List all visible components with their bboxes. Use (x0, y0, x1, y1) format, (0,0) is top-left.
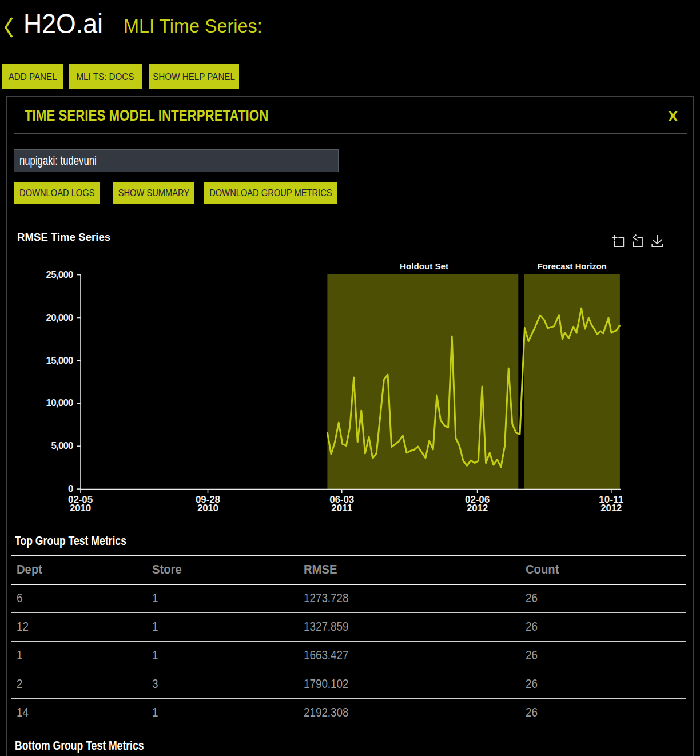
svg-text:20,000: 20,000 (46, 312, 74, 323)
svg-text:Forecast Horizon: Forecast Horizon (538, 261, 607, 271)
svg-text:2010: 2010 (197, 503, 218, 514)
svg-text:2012: 2012 (600, 503, 622, 514)
svg-text:15,000: 15,000 (46, 355, 74, 366)
svg-text:2010: 2010 (70, 503, 91, 514)
svg-text:0: 0 (68, 483, 73, 494)
svg-text:25,000: 25,000 (46, 269, 74, 280)
svg-text:2012: 2012 (467, 503, 488, 514)
svg-text:2011: 2011 (331, 503, 352, 514)
svg-text:10,000: 10,000 (46, 397, 74, 408)
svg-text:Holdout Set: Holdout Set (400, 261, 448, 271)
svg-text:5,000: 5,000 (51, 440, 74, 451)
